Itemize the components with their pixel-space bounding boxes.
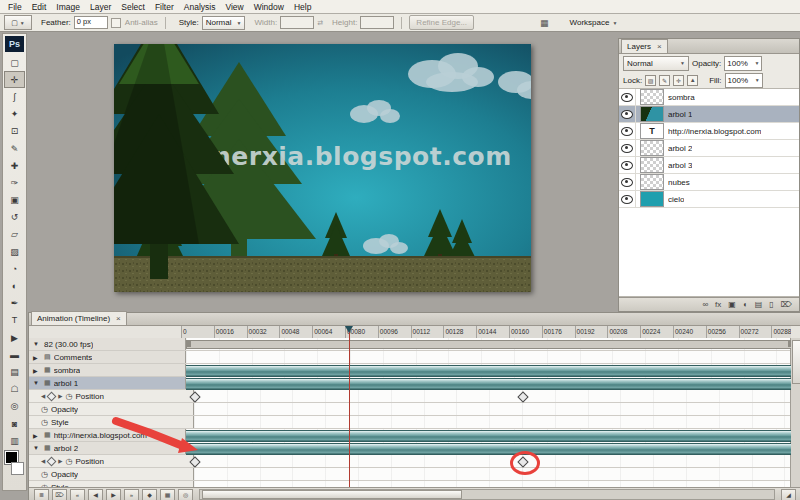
layer-row-arbol-1[interactable]: arbol 1 bbox=[619, 106, 799, 123]
track-lane[interactable] bbox=[186, 351, 791, 363]
menu-edit[interactable]: Edit bbox=[27, 2, 52, 12]
menu-layer[interactable]: Layer bbox=[85, 2, 116, 12]
healing-brush-tool-icon[interactable]: ✚ bbox=[4, 157, 25, 174]
notes-tool-icon[interactable]: ▤ bbox=[4, 363, 25, 380]
visibility-toggle[interactable] bbox=[619, 89, 636, 105]
panel-options-icon[interactable]: ≣ bbox=[34, 489, 49, 500]
history-brush-tool-icon[interactable]: ↺ bbox=[4, 209, 25, 226]
duration-bar[interactable] bbox=[186, 378, 791, 390]
layer-row-sombra[interactable]: sombra bbox=[619, 89, 799, 106]
track-header-style[interactable]: ◷Style bbox=[29, 416, 194, 428]
gradient-tool-icon[interactable]: ▨ bbox=[4, 243, 25, 260]
height-input[interactable] bbox=[360, 16, 394, 29]
onion-skin-icon[interactable]: ▦ bbox=[160, 489, 175, 500]
duration-bar[interactable] bbox=[186, 430, 791, 442]
delete-keyframe-icon[interactable]: ⌦ bbox=[52, 489, 67, 500]
layer-group-icon[interactable]: ▤ bbox=[755, 301, 763, 309]
work-area-bar[interactable] bbox=[186, 340, 791, 349]
close-icon[interactable]: × bbox=[657, 42, 662, 51]
move-tool-icon[interactable]: ✛ bbox=[4, 71, 25, 88]
visibility-toggle[interactable] bbox=[619, 174, 636, 190]
track-lane[interactable] bbox=[194, 455, 791, 467]
timeline-horizontal-scrollbar[interactable] bbox=[199, 489, 775, 500]
feather-input[interactable]: 0 px bbox=[74, 16, 108, 29]
track-lane[interactable] bbox=[194, 416, 791, 428]
lasso-tool-icon[interactable]: ʃ bbox=[4, 88, 25, 105]
keyframe-toggle-icon[interactable]: ◆ bbox=[142, 489, 157, 500]
style-select[interactable]: Normal▼ bbox=[202, 16, 246, 30]
fill-input[interactable]: 100% ▼ bbox=[725, 73, 763, 88]
track-header-style[interactable]: ◷Style bbox=[29, 481, 194, 487]
close-icon[interactable]: × bbox=[116, 314, 121, 323]
blur-tool-icon[interactable]: ◔ bbox=[4, 260, 25, 277]
next-keyframe-icon[interactable]: ▶ bbox=[58, 393, 62, 399]
lock-transparency-icon[interactable]: ▨ bbox=[645, 75, 656, 86]
duration-bar[interactable] bbox=[186, 443, 791, 455]
visibility-toggle[interactable] bbox=[619, 191, 636, 207]
magic-wand-tool-icon[interactable]: ✦ bbox=[4, 106, 25, 123]
stopwatch-icon[interactable]: ◷ bbox=[41, 405, 48, 414]
layer-mask-icon[interactable]: ▣ bbox=[728, 301, 736, 309]
screen-mode-tool-icon[interactable]: ▥ bbox=[4, 432, 25, 449]
track-header-arbol-1[interactable]: ▼▦arbol 1 bbox=[29, 377, 186, 389]
expander-icon[interactable]: ▶ bbox=[33, 367, 41, 374]
track-header-opacity[interactable]: ◷Opacity bbox=[29, 403, 194, 415]
track-lane[interactable] bbox=[194, 468, 791, 480]
layer-style-icon[interactable]: fx bbox=[715, 301, 721, 309]
add-keyframe-icon[interactable] bbox=[47, 391, 57, 401]
add-keyframe-icon[interactable] bbox=[47, 456, 57, 466]
layer-row-cielo[interactable]: cielo bbox=[619, 191, 799, 208]
layer-row-arbol-2[interactable]: arbol 2 bbox=[619, 140, 799, 157]
type-tool-icon[interactable]: T bbox=[4, 312, 25, 329]
next-keyframe-icon[interactable]: ▶ bbox=[58, 458, 62, 464]
playhead-marker[interactable] bbox=[345, 326, 353, 337]
stopwatch-icon[interactable]: ◷ bbox=[41, 483, 48, 488]
track-lane[interactable] bbox=[194, 481, 791, 487]
menu-file[interactable]: File bbox=[3, 2, 27, 12]
track-header-opacity[interactable]: ◷Opacity bbox=[29, 468, 194, 480]
prev-keyframe-icon[interactable]: ◀ bbox=[41, 393, 45, 399]
antialias-checkbox[interactable] bbox=[111, 18, 121, 28]
palette-well-icon[interactable]: ▦ bbox=[540, 18, 549, 28]
menu-filter[interactable]: Filter bbox=[150, 2, 179, 12]
stopwatch-icon[interactable]: ◷ bbox=[41, 418, 48, 427]
first-frame-icon[interactable]: « bbox=[70, 489, 85, 500]
adjustment-layer-icon[interactable]: ◐ bbox=[743, 301, 748, 309]
layer-row-nubes[interactable]: nubes bbox=[619, 174, 799, 191]
link-layers-icon[interactable]: ∞ bbox=[702, 301, 708, 309]
delete-layer-icon[interactable]: ⌦ bbox=[781, 301, 792, 309]
menu-window[interactable]: Window bbox=[249, 2, 289, 12]
lock-position-icon[interactable]: ✛ bbox=[673, 75, 684, 86]
time-dropdown-icon[interactable]: ▼ bbox=[33, 341, 41, 347]
document-canvas[interactable]: inerxia.blogspot.com bbox=[114, 44, 531, 292]
zoom-timeline-icon[interactable]: ◎ bbox=[178, 489, 193, 500]
next-frame-icon[interactable]: » bbox=[124, 489, 139, 500]
blend-mode-select[interactable]: Normal ▼ bbox=[623, 56, 689, 71]
pen-tool-icon[interactable]: ✒ bbox=[4, 295, 25, 312]
visibility-toggle[interactable] bbox=[619, 140, 636, 156]
prev-frame-icon[interactable]: ◀ bbox=[88, 489, 103, 500]
stopwatch-icon[interactable]: ◷ bbox=[41, 470, 48, 479]
track-lane[interactable] bbox=[186, 429, 791, 441]
track-header-position[interactable]: ◀▶◷Position bbox=[29, 455, 194, 467]
track-header-http-inerxia-blogspot-com[interactable]: ▶▦http://inerxia.blogspot.com bbox=[29, 429, 186, 441]
menu-help[interactable]: Help bbox=[289, 2, 316, 12]
track-lane[interactable] bbox=[186, 364, 791, 376]
work-area-lane[interactable] bbox=[186, 338, 791, 350]
menu-view[interactable]: View bbox=[220, 2, 248, 12]
dodge-tool-icon[interactable]: ◐ bbox=[4, 277, 25, 294]
refine-edge-button[interactable]: Refine Edge... bbox=[409, 15, 474, 30]
visibility-toggle[interactable] bbox=[619, 157, 636, 173]
keyframe-diamond[interactable] bbox=[517, 391, 528, 402]
visibility-toggle[interactable] bbox=[619, 123, 636, 139]
menu-analysis[interactable]: Analysis bbox=[179, 2, 221, 12]
color-swatches[interactable] bbox=[5, 451, 24, 475]
track-header-comments[interactable]: ▶▤Comments bbox=[29, 351, 186, 363]
tab-animation-timeline[interactable]: Animation (Timeline) × bbox=[31, 311, 127, 325]
scrollbar-thumb[interactable] bbox=[202, 490, 462, 499]
lock-all-icon[interactable]: ▲ bbox=[687, 75, 698, 86]
resize-grip-icon[interactable]: ◢ bbox=[781, 489, 796, 500]
background-color-swatch[interactable] bbox=[11, 462, 24, 475]
tab-layers[interactable]: Layers × bbox=[621, 39, 668, 53]
width-input[interactable] bbox=[280, 16, 314, 29]
